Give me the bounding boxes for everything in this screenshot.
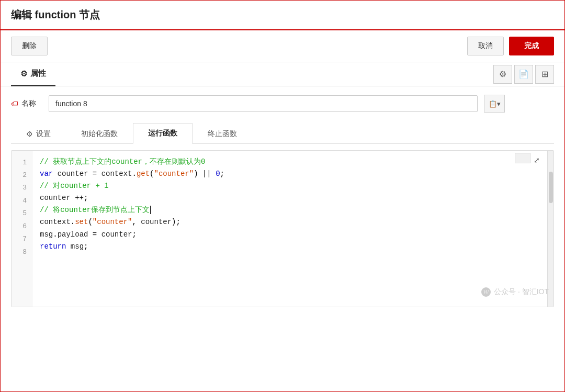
gear-icon-btn[interactable]: ⚙ <box>493 65 512 84</box>
toolbar-right: 取消 完成 <box>467 37 554 55</box>
expand-icon[interactable]: ⤢ <box>530 154 543 166</box>
watermark-icon: 𝓦 <box>481 287 491 297</box>
book-icon: 📋▾ <box>489 100 501 108</box>
line-numbers: 1 2 3 4 5 6 7 8 <box>12 151 32 307</box>
watermark-text: 公众号 · 智汇IOT <box>494 287 549 297</box>
code-editor[interactable]: 1 2 3 4 5 6 7 8 // 获取节点上下文的counter，不存在则默… <box>12 151 553 307</box>
name-field-row: 🏷 名称 📋▾ <box>11 95 554 113</box>
scrollbar-track[interactable] <box>547 151 553 307</box>
name-label: 🏷 名称 <box>11 99 42 108</box>
tab-settings-label: 设置 <box>36 129 51 139</box>
gear-icon: ⚙ <box>20 69 27 79</box>
tab-properties[interactable]: ⚙ 属性 <box>11 62 55 86</box>
tab-stop-label: 终止函数 <box>208 129 237 139</box>
tab-run[interactable]: 运行函数 <box>133 123 193 144</box>
code-line-3: // 对counter + 1 <box>40 180 540 192</box>
page-title: 编辑 function 节点 <box>11 8 100 22</box>
grid-icon-btn[interactable]: ⊞ <box>535 65 554 84</box>
code-line-8: return msg; <box>40 241 540 253</box>
settings-gear-icon: ⚙ <box>26 130 33 138</box>
cancel-button[interactable]: 取消 <box>467 37 504 55</box>
line-num-1: 1 <box>12 156 32 169</box>
line-num-4: 4 <box>12 194 32 207</box>
name-field-dropdown-btn[interactable]: 📋▾ <box>484 95 505 113</box>
tab-stop[interactable]: 终止函数 <box>193 123 252 144</box>
code-line-5: // 将counter保存到节点上下文 <box>40 204 540 216</box>
line-num-5: 5 <box>12 207 32 220</box>
code-line-6: context.set("counter", counter); <box>40 216 540 228</box>
code-content[interactable]: // 获取节点上下文的counter，不存在则默认为0 var counter … <box>32 151 547 307</box>
code-line-7: msg.payload = counter; <box>40 229 540 241</box>
section-tabs: ⚙ 属性 ⚙ 📄 ⊞ <box>1 62 564 86</box>
tab-run-label: 运行函数 <box>148 129 177 138</box>
line-num-8: 8 <box>12 245 32 258</box>
code-line-4: counter ++; <box>40 192 540 204</box>
name-label-text: 名称 <box>21 99 36 108</box>
line-num-3: 3 <box>12 182 32 194</box>
toolbar-left: 删除 <box>11 37 48 55</box>
line-num-7: 7 <box>12 233 32 245</box>
done-button[interactable]: 完成 <box>509 37 554 55</box>
code-line-2: var counter = context.get("counter") || … <box>40 168 540 180</box>
editor-minimap <box>515 153 530 163</box>
scrollbar-thumb[interactable] <box>549 172 553 203</box>
code-line-1: // 获取节点上下文的counter，不存在则默认为0 <box>40 156 540 168</box>
delete-button[interactable]: 删除 <box>11 37 48 55</box>
main-content: 🏷 名称 📋▾ ⚙ 设置 初始化函数 运行函数 终止函数 1 <box>1 86 564 307</box>
name-input[interactable] <box>49 95 478 112</box>
line-num-2: 2 <box>12 169 32 181</box>
title-bar: 编辑 function 节点 <box>1 1 564 30</box>
tab-init-label: 初始化函数 <box>81 129 118 139</box>
line-num-6: 6 <box>12 220 32 232</box>
properties-area: 🏷 名称 📋▾ <box>1 86 564 123</box>
tag-icon: 🏷 <box>11 99 18 108</box>
watermark: 𝓦 公众号 · 智汇IOT <box>481 287 549 297</box>
document-icon-btn[interactable]: 📄 <box>514 65 533 84</box>
tab-properties-label: 属性 <box>30 69 46 79</box>
toolbar: 删除 取消 完成 <box>1 30 564 62</box>
code-editor-wrapper: 1 2 3 4 5 6 7 8 // 获取节点上下文的counter，不存在则默… <box>11 150 554 307</box>
sub-tabs: ⚙ 设置 初始化函数 运行函数 终止函数 <box>11 123 554 144</box>
tab-init[interactable]: 初始化函数 <box>66 123 133 144</box>
tab-settings[interactable]: ⚙ 设置 <box>11 123 66 144</box>
section-tab-icons: ⚙ 📄 ⊞ <box>493 65 554 84</box>
